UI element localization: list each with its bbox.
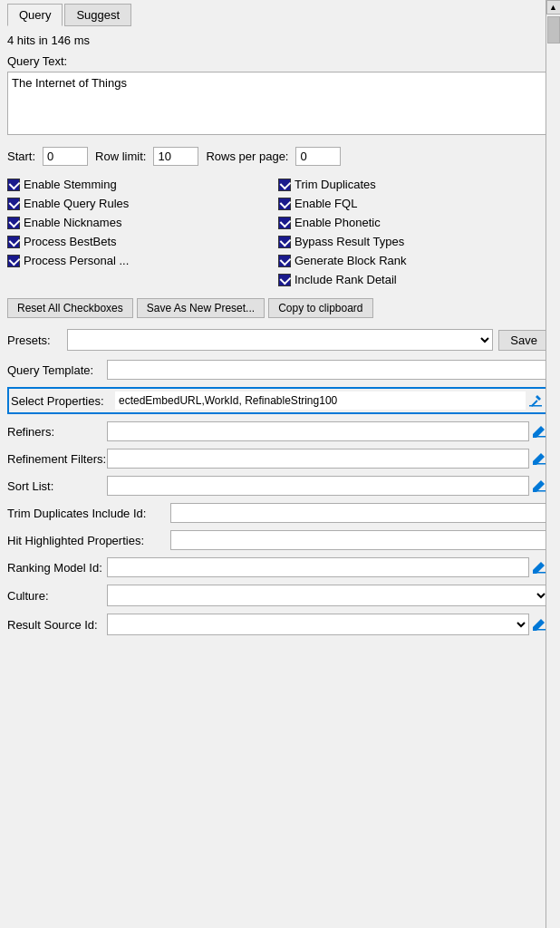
sort-list-field: Sort List: bbox=[7, 476, 549, 496]
save-button[interactable]: Save bbox=[498, 330, 549, 351]
checkbox-generate-block-rank: Generate Block Rank bbox=[278, 251, 549, 270]
hit-highlighted-field: Hit Highlighted Properties: bbox=[7, 530, 549, 550]
checkbox-enable-query-rules: Enable Query Rules bbox=[7, 194, 278, 213]
process-bestbets-label: Process BestBets bbox=[24, 235, 117, 248]
enable-stemming-checkbox[interactable] bbox=[7, 179, 20, 191]
checkbox-include-rank-detail-spacer bbox=[7, 270, 278, 289]
checkbox-enable-nicknames: Enable Nicknames bbox=[7, 213, 278, 232]
checkbox-process-bestbets: Process BestBets bbox=[7, 232, 278, 251]
bypass-result-types-checkbox[interactable] bbox=[278, 236, 291, 248]
presets-row: Presets: Save bbox=[7, 329, 549, 351]
scroll-up-button[interactable]: ▲ bbox=[546, 0, 561, 14]
trim-duplicates-checkbox[interactable] bbox=[278, 179, 291, 191]
generate-block-rank-label: Generate Block Rank bbox=[294, 254, 407, 267]
refiners-input[interactable] bbox=[107, 421, 529, 441]
tab-query[interactable]: Query bbox=[7, 4, 63, 26]
select-properties-input[interactable] bbox=[115, 392, 526, 410]
checkbox-include-rank-detail: Include Rank Detail bbox=[278, 270, 549, 289]
ranking-model-input[interactable] bbox=[107, 557, 529, 577]
svg-rect-8 bbox=[533, 490, 546, 492]
checkbox-enable-phonetic: Enable Phonetic bbox=[278, 213, 549, 232]
culture-field: Culture: bbox=[7, 585, 549, 606]
refiners-label: Refiners: bbox=[7, 425, 107, 439]
panel: 4 hits in 146 ms Query Text: The Interne… bbox=[0, 26, 560, 650]
result-source-label: Result Source Id: bbox=[7, 618, 107, 632]
process-personal-checkbox[interactable] bbox=[7, 255, 20, 267]
query-template-field: Query Template: bbox=[7, 360, 549, 380]
action-buttons: Reset All Checkboxes Save As New Preset.… bbox=[7, 298, 549, 318]
svg-rect-10 bbox=[533, 572, 546, 574]
generate-block-rank-checkbox[interactable] bbox=[278, 255, 291, 267]
refinement-filters-label: Refinement Filters: bbox=[7, 452, 107, 466]
refiners-field: Refiners: bbox=[7, 421, 549, 441]
save-preset-button[interactable]: Save As New Preset... bbox=[137, 298, 265, 318]
process-bestbets-checkbox[interactable] bbox=[7, 236, 20, 248]
include-rank-detail-label: Include Rank Detail bbox=[294, 273, 397, 286]
hit-highlighted-input[interactable] bbox=[170, 530, 549, 550]
sort-list-input[interactable] bbox=[107, 476, 529, 496]
ranking-model-field: Ranking Model Id: bbox=[7, 557, 549, 577]
tab-bar: Query Suggest bbox=[0, 0, 560, 26]
culture-label: Culture: bbox=[7, 589, 107, 603]
hit-highlighted-label: Hit Highlighted Properties: bbox=[7, 534, 170, 547]
result-source-field: Result Source Id: bbox=[7, 614, 549, 635]
checkbox-enable-stemming: Enable Stemming bbox=[7, 175, 278, 194]
svg-rect-6 bbox=[533, 463, 546, 465]
rows-per-page-input[interactable] bbox=[295, 147, 341, 166]
start-input[interactable] bbox=[43, 147, 88, 166]
enable-nicknames-label: Enable Nicknames bbox=[24, 216, 121, 229]
enable-phonetic-checkbox[interactable] bbox=[278, 217, 291, 229]
enable-phonetic-label: Enable Phonetic bbox=[294, 216, 381, 229]
query-template-label: Query Template: bbox=[7, 363, 107, 377]
checkbox-bypass-result-types: Bypass Result Types bbox=[278, 232, 549, 251]
enable-nicknames-checkbox[interactable] bbox=[7, 217, 20, 229]
enable-fql-checkbox[interactable] bbox=[278, 198, 291, 210]
enable-query-rules-checkbox[interactable] bbox=[7, 198, 20, 210]
svg-rect-12 bbox=[533, 629, 546, 631]
presets-label: Presets: bbox=[7, 334, 62, 347]
checkbox-process-personal: Process Personal ... bbox=[7, 251, 278, 270]
enable-fql-label: Enable FQL bbox=[294, 197, 357, 210]
svg-rect-4 bbox=[533, 436, 546, 438]
ranking-model-label: Ranking Model Id: bbox=[7, 561, 107, 575]
select-properties-row: Select Properties: bbox=[7, 387, 549, 414]
row-limit-input[interactable] bbox=[153, 147, 198, 166]
process-personal-label: Process Personal ... bbox=[24, 254, 129, 267]
checkbox-trim-duplicates: Trim Duplicates bbox=[278, 175, 549, 194]
checkbox-enable-fql: Enable FQL bbox=[278, 194, 549, 213]
reset-checkboxes-button[interactable]: Reset All Checkboxes bbox=[7, 298, 133, 318]
trim-duplicates-id-input[interactable] bbox=[170, 503, 549, 523]
presets-select[interactable] bbox=[67, 329, 493, 351]
query-template-input[interactable] bbox=[107, 360, 549, 380]
tab-suggest[interactable]: Suggest bbox=[64, 4, 131, 26]
select-properties-edit-icon[interactable] bbox=[526, 391, 546, 411]
result-source-select[interactable] bbox=[107, 614, 529, 635]
hits-info: 4 hits in 146 ms bbox=[7, 34, 549, 47]
query-text-input[interactable]: The Internet of Things bbox=[7, 72, 549, 135]
enable-query-rules-label: Enable Query Rules bbox=[24, 197, 129, 210]
checkboxes-grid: Enable Stemming Trim Duplicates Enable Q… bbox=[7, 175, 549, 289]
svg-marker-1 bbox=[536, 395, 541, 401]
scrollbar: ▲ bbox=[546, 0, 560, 928]
enable-stemming-label: Enable Stemming bbox=[24, 178, 117, 191]
row-fields: Start: Row limit: Rows per page: bbox=[7, 147, 549, 166]
trim-duplicates-id-field: Trim Duplicates Include Id: bbox=[7, 503, 549, 523]
bypass-result-types-label: Bypass Result Types bbox=[294, 235, 404, 248]
scrollbar-thumb[interactable] bbox=[547, 16, 560, 44]
svg-rect-2 bbox=[529, 405, 542, 407]
trim-duplicates-label: Trim Duplicates bbox=[294, 178, 376, 191]
row-limit-label: Row limit: bbox=[95, 150, 146, 163]
include-rank-detail-checkbox[interactable] bbox=[278, 274, 291, 286]
main-container: Query Suggest 4 hits in 146 ms Query Tex… bbox=[0, 0, 560, 928]
sort-list-label: Sort List: bbox=[7, 479, 107, 493]
start-label: Start: bbox=[7, 150, 35, 163]
select-properties-label: Select Properties: bbox=[11, 394, 115, 408]
refinement-filters-input[interactable] bbox=[107, 449, 529, 469]
query-text-label: Query Text: bbox=[7, 54, 549, 68]
culture-select[interactable] bbox=[107, 585, 549, 606]
copy-clipboard-button[interactable]: Copy to clipboard bbox=[268, 298, 372, 318]
trim-duplicates-id-label: Trim Duplicates Include Id: bbox=[7, 507, 170, 520]
rows-per-page-label: Rows per page: bbox=[206, 150, 288, 163]
refinement-filters-field: Refinement Filters: bbox=[7, 449, 549, 469]
